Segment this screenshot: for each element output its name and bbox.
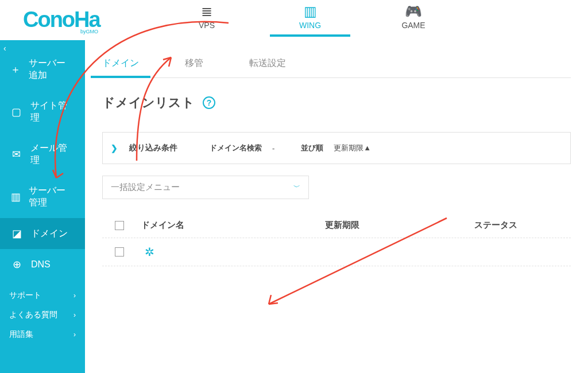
mail-icon: ✉ — [10, 148, 22, 161]
row-checkbox[interactable] — [115, 247, 124, 257]
filter-search-label: ドメイン名検索 — [210, 143, 262, 153]
chevron-right-icon: › — [74, 292, 76, 300]
bulk-select-label: 一括設定メニュー — [111, 182, 180, 193]
tab-wing[interactable]: ▥ WING — [287, 3, 333, 37]
th-status: ステータス — [474, 220, 566, 231]
sidebar-item-site-manage[interactable]: ▢ サイト管理 — [0, 91, 85, 133]
main: ‹ ＋ サーバー追加 ▢ サイト管理 ✉ メール管理 ▥ サーバー管理 ◪ ドメ… — [0, 40, 588, 373]
sidebar-item-label: ドメイン — [31, 228, 68, 240]
tab-label: VPS — [199, 21, 215, 30]
top-tabs: ≣ VPS ▥ WING 🎮 GAME — [184, 3, 436, 37]
sidebar-item-label: メール管理 — [30, 142, 75, 166]
tab-label: GAME — [401, 21, 425, 30]
sidebar-sub-label: 用語集 — [9, 329, 33, 340]
wing-icon: ▥ — [304, 3, 317, 20]
sidebar-sub-label: よくある質問 — [9, 310, 57, 320]
sidebar-item-mail-manage[interactable]: ✉ メール管理 — [0, 133, 85, 176]
sidebar-item-label: サーバー管理 — [29, 185, 75, 209]
th-expiry: 更新期限 — [325, 220, 474, 231]
sidebar-item-label: DNS — [31, 259, 51, 270]
sidebar-sub-support[interactable]: サポート › — [0, 286, 85, 305]
sidebar-item-label: サイト管理 — [30, 100, 75, 124]
chevron-down-icon: ﹀ — [293, 182, 300, 192]
sidebar-item-dns[interactable]: ⊕ DNS — [0, 249, 85, 280]
table-header: ドメイン名 更新期限 ステータス — [102, 213, 571, 238]
sidebar-item-add-server[interactable]: ＋ サーバー追加 — [0, 48, 85, 91]
subtab-forward[interactable]: 転送設定 — [249, 54, 286, 77]
subtab-domain[interactable]: ドメイン — [102, 54, 139, 77]
subtabs: ドメイン 移管 転送設定 — [102, 54, 571, 78]
sidebar-sub-glossary[interactable]: 用語集 › — [0, 325, 85, 344]
filter-search-value: - — [272, 144, 274, 153]
select-all-checkbox[interactable] — [115, 221, 124, 230]
globe-icon: ⊕ — [10, 258, 23, 271]
filter-sort-label: 並び順 — [301, 143, 323, 153]
chevron-right-icon[interactable]: ❯ — [111, 143, 118, 153]
sidebar-sub-label: サポート — [9, 290, 41, 301]
window-icon: ▢ — [10, 106, 22, 118]
bulk-select[interactable]: 一括設定メニュー ﹀ — [102, 176, 309, 199]
gamepad-icon: 🎮 — [405, 3, 422, 20]
sidebar-collapse-icon[interactable]: ‹ — [3, 44, 6, 53]
sidebar: ‹ ＋ サーバー追加 ▢ サイト管理 ✉ メール管理 ▥ サーバー管理 ◪ ドメ… — [0, 40, 85, 373]
filter-box[interactable]: ❯ 絞り込み条件 ドメイン名検索 - 並び順 更新期限▲ — [102, 132, 571, 164]
th-domain-name: ドメイン名 — [141, 220, 325, 231]
gear-icon[interactable]: ✲ — [145, 245, 325, 259]
chevron-right-icon: › — [74, 311, 76, 319]
tab-game[interactable]: 🎮 GAME — [390, 3, 436, 37]
page-title: ドメインリスト — [102, 94, 195, 111]
chevron-right-icon: › — [74, 331, 76, 339]
tab-label: WING — [299, 21, 321, 30]
sidebar-item-server-manage[interactable]: ▥ サーバー管理 — [0, 176, 85, 218]
sidebar-item-label: サーバー追加 — [29, 57, 75, 81]
domain-table: ドメイン名 更新期限 ステータス ✲ — [102, 213, 571, 266]
logo[interactable]: ConoHa byGMO — [23, 3, 126, 38]
subtab-transfer[interactable]: 移管 — [185, 54, 203, 77]
sidebar-sub-faq[interactable]: よくある質問 › — [0, 305, 85, 325]
table-row: ✲ — [102, 238, 571, 266]
sidebar-item-domain[interactable]: ◪ ドメイン — [0, 218, 85, 249]
help-icon[interactable]: ? — [203, 96, 215, 109]
header: ConoHa byGMO ≣ VPS ▥ WING 🎮 GAME — [0, 0, 588, 40]
server-stack-icon: ≣ — [201, 3, 212, 20]
filter-sort-value: 更新期限▲ — [334, 143, 371, 153]
domain-icon: ◪ — [10, 227, 23, 240]
filter-title: 絞り込み条件 — [129, 143, 177, 153]
logo-sub: byGMO — [80, 29, 126, 34]
server-icon: ▥ — [10, 191, 21, 203]
tab-vps[interactable]: ≣ VPS — [184, 3, 230, 37]
content: ドメイン 移管 転送設定 ドメインリスト ? ❯ 絞り込み条件 ドメイン名検索 … — [85, 40, 588, 373]
plus-icon: ＋ — [10, 63, 21, 76]
page-title-row: ドメインリスト ? — [102, 94, 571, 111]
